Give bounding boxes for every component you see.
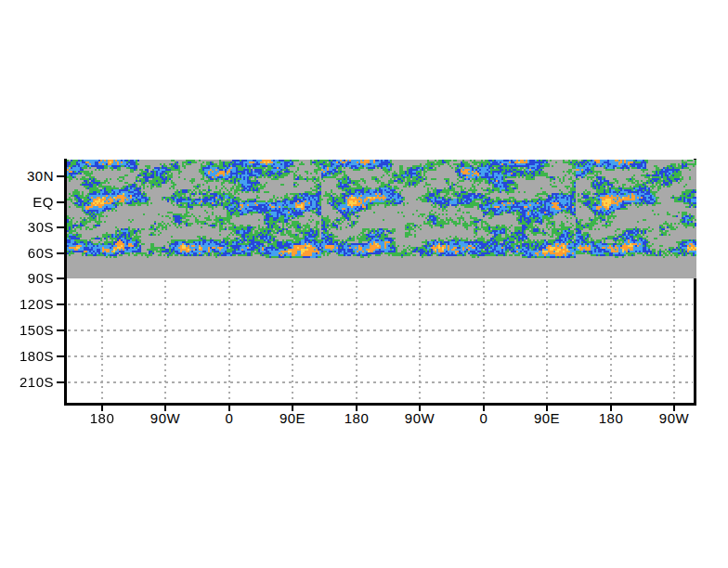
vertical-gridline bbox=[546, 280, 548, 402]
x-axis-tick-label: 90W bbox=[644, 411, 704, 426]
horizontal-gridline bbox=[68, 329, 693, 331]
x-axis-tick-label: 90W bbox=[136, 411, 195, 426]
vertical-gridline bbox=[610, 280, 612, 402]
y-axis-tick bbox=[57, 201, 64, 203]
x-axis-tick-label: 90E bbox=[263, 411, 322, 426]
x-axis-tick-label: 180 bbox=[72, 411, 132, 426]
vertical-gridline bbox=[101, 280, 103, 402]
x-axis-tick-label: 180 bbox=[581, 411, 641, 426]
y-axis-tick bbox=[57, 303, 64, 305]
y-axis-tick-label: 180S bbox=[2, 349, 54, 364]
x-axis-tick-label: 180 bbox=[327, 411, 386, 426]
vertical-gridline bbox=[292, 280, 293, 402]
horizontal-gridline bbox=[68, 355, 693, 357]
heatmap-field-canvas bbox=[67, 160, 696, 278]
y-axis-tick bbox=[57, 252, 64, 254]
figure-page: 30NEQ30S60S90S120S150S180S210S18090W090E… bbox=[0, 0, 728, 568]
vertical-gridline bbox=[164, 280, 166, 402]
y-axis-tick-label: 60S bbox=[2, 246, 54, 261]
x-axis-tick-label: 90W bbox=[390, 411, 449, 426]
y-axis-tick-label: 30S bbox=[2, 220, 54, 235]
y-axis-tick bbox=[57, 381, 64, 383]
vertical-gridline bbox=[419, 280, 421, 402]
y-axis-tick bbox=[57, 355, 64, 357]
vertical-gridline bbox=[673, 280, 675, 402]
x-axis-tick-label: 0 bbox=[200, 411, 259, 426]
y-axis-tick bbox=[57, 226, 64, 228]
y-axis-tick bbox=[57, 329, 64, 331]
y-axis-tick-label: 150S bbox=[2, 323, 54, 338]
y-axis-tick-label: 210S bbox=[2, 375, 54, 390]
vertical-gridline bbox=[228, 280, 230, 402]
y-axis-tick-label: 30N bbox=[2, 169, 54, 184]
x-axis-line bbox=[64, 403, 696, 406]
vertical-gridline bbox=[356, 280, 358, 402]
y-axis-tick bbox=[57, 175, 64, 177]
x-axis-tick-label: 0 bbox=[454, 411, 514, 426]
horizontal-gridline bbox=[68, 303, 693, 305]
y-axis-tick-label: 90S bbox=[2, 271, 54, 286]
x-axis-tick-label: 90E bbox=[517, 411, 577, 426]
y-axis-tick bbox=[57, 278, 64, 279]
plot-area: 30NEQ30S60S90S120S150S180S210S18090W090E… bbox=[0, 0, 728, 568]
horizontal-gridline bbox=[68, 381, 693, 383]
y-axis-tick-label: 120S bbox=[2, 297, 54, 312]
vertical-gridline bbox=[483, 280, 485, 402]
y-axis-tick-label: EQ bbox=[2, 195, 54, 210]
y-axis-line bbox=[64, 159, 67, 406]
